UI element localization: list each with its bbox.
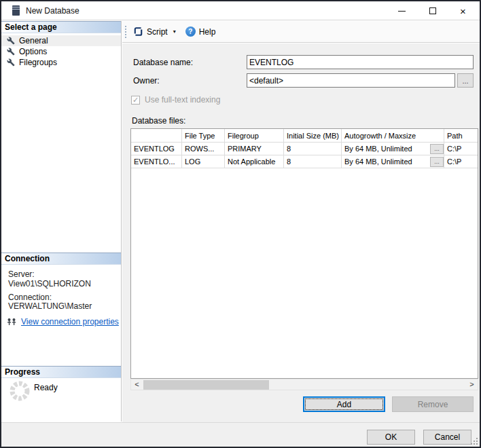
maximize-button[interactable]	[417, 1, 448, 20]
sidebar-item-label: Options	[19, 46, 47, 57]
database-files-grid: File Type Filegroup Initial Size (MB) Au…	[130, 128, 478, 379]
autogrowth-browse-button[interactable]: ...	[430, 144, 444, 154]
sidebar-item-general[interactable]: General	[1, 35, 121, 46]
grid-header-initial-size[interactable]: Initial Size (MB)	[284, 129, 342, 143]
view-connection-properties-row: View connection properties	[7, 317, 119, 326]
help-icon: ?	[185, 26, 196, 37]
progress-header: Progress	[1, 366, 121, 378]
sidebar-item-label: General	[19, 35, 48, 46]
wrench-icon	[7, 58, 15, 67]
owner-label: Owner:	[133, 76, 160, 86]
maximize-icon	[429, 7, 436, 14]
grid-cell-initial-size[interactable]: 8	[284, 155, 342, 168]
server-value: View01\SQLHORIZON	[8, 279, 91, 288]
sidebar-item-options[interactable]: Options	[1, 46, 121, 57]
connection-label: Connection:	[8, 293, 52, 302]
add-button[interactable]: Add	[303, 396, 385, 412]
toolbar: Script ▾ ? Help	[122, 21, 481, 43]
general-page-content: Database name: Owner: ... ✓ Use full-tex…	[122, 43, 481, 422]
fulltext-indexing-row: ✓ Use full-text indexing	[131, 95, 220, 105]
grid-cell-path[interactable]: C:\P	[444, 143, 478, 155]
database-name-label: Database name:	[133, 58, 193, 67]
grid-cell-name[interactable]: EVENTLO...	[131, 155, 182, 168]
scroll-left-icon[interactable]: <	[131, 379, 143, 390]
remove-button[interactable]: Remove	[392, 396, 474, 412]
resize-grip[interactable]	[471, 438, 478, 445]
grid-cell-autogrowth[interactable]: By 64 MB, Unlimited	[342, 155, 444, 168]
minimize-icon	[398, 11, 406, 12]
grid-cell-name[interactable]: EVENTLOG	[131, 143, 182, 155]
help-button[interactable]: ? Help	[185, 26, 216, 37]
minimize-button[interactable]	[387, 1, 417, 20]
grid-cell-autogrowth[interactable]: By 64 MB, Unlimited	[342, 143, 444, 155]
script-icon	[133, 26, 143, 37]
grid-header-file-type[interactable]: File Type	[182, 129, 225, 143]
database-name-input[interactable]	[247, 55, 474, 69]
fulltext-checkbox-label: Use full-text indexing	[145, 95, 220, 105]
wrench-icon	[7, 48, 15, 56]
owner-browse-button[interactable]: ...	[457, 73, 474, 88]
sidebar: Select a page General Options Filegroups…	[1, 21, 122, 422]
ok-button[interactable]: OK	[367, 430, 415, 445]
autogrowth-browse-button[interactable]: ...	[430, 157, 444, 167]
window-title: New Database	[26, 6, 79, 16]
cancel-button[interactable]: Cancel	[423, 430, 471, 445]
close-icon: ×	[460, 5, 466, 17]
grid-header-filegroup[interactable]: Filegroup	[225, 129, 284, 143]
server-label: Server:	[8, 269, 35, 279]
grid-cell-file-type[interactable]: LOG	[182, 155, 225, 168]
title-bar: New Database ×	[1, 1, 480, 20]
grid-cell-filegroup[interactable]: PRIMARY	[225, 143, 284, 155]
grid-cell-initial-size[interactable]: 8	[284, 143, 342, 155]
grid-header-logical-name[interactable]	[131, 129, 182, 143]
script-button[interactable]: Script ▾	[133, 26, 176, 37]
close-button[interactable]: ×	[448, 1, 478, 20]
toolbar-grip[interactable]	[125, 26, 126, 38]
connection-header: Connection	[1, 253, 121, 265]
script-button-label: Script	[147, 27, 168, 37]
connection-properties-icon	[7, 318, 17, 326]
grid-header-path[interactable]: Path	[444, 129, 478, 143]
database-files-label: Database files:	[132, 116, 185, 126]
progress-spinner-icon	[8, 379, 31, 403]
grid-cell-file-type[interactable]: ROWS...	[182, 143, 225, 155]
grid-cell-filegroup[interactable]: Not Applicable	[225, 155, 284, 168]
grid-horizontal-scrollbar[interactable]: < >	[130, 379, 478, 390]
scrollbar-thumb[interactable]	[143, 380, 269, 390]
footer-bar: OK Cancel	[1, 422, 480, 447]
grid-cell-path[interactable]: C:\P	[444, 155, 478, 168]
view-connection-properties-link[interactable]: View connection properties	[21, 317, 119, 326]
connection-value: VERWALTUNG\Master	[8, 301, 92, 311]
dialog-icon	[12, 5, 20, 16]
new-database-dialog: New Database × Select a page General Opt…	[0, 0, 481, 448]
help-button-label: Help	[199, 27, 216, 37]
progress-status: Ready	[34, 383, 58, 392]
select-a-page-header: Select a page	[1, 21, 121, 33]
sidebar-item-label: Filegroups	[19, 57, 57, 68]
chevron-down-icon[interactable]: ▾	[173, 29, 176, 35]
scroll-right-icon[interactable]: >	[466, 379, 478, 390]
fulltext-checkbox: ✓	[131, 96, 140, 105]
grid-header-autogrowth[interactable]: Autogrowth / Maxsize	[342, 129, 444, 143]
owner-input[interactable]	[247, 73, 455, 88]
sidebar-item-filegroups[interactable]: Filegroups	[1, 57, 121, 68]
wrench-icon	[7, 37, 15, 45]
